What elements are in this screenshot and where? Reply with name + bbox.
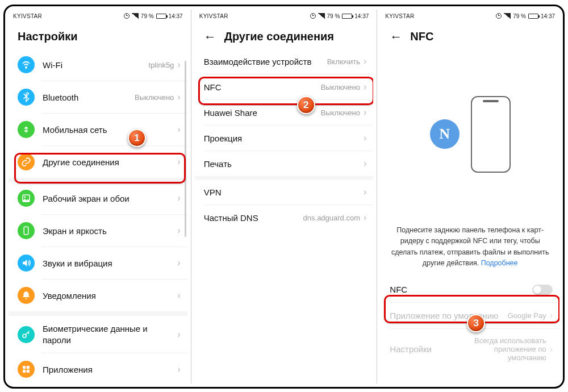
svg-rect-6 <box>27 366 30 369</box>
apps-icon <box>18 361 35 378</box>
nfc-toggle-label: NFC <box>390 285 532 294</box>
settings-row-link[interactable]: Другие соединения› <box>9 146 187 178</box>
battery-icon <box>156 14 166 19</box>
settings-row-key[interactable]: Биометрические данные и пароли› <box>9 316 187 353</box>
settings-row-sound[interactable]: Звуки и вибрация› <box>9 247 187 279</box>
connection-row-4[interactable]: Печать› <box>195 151 374 176</box>
chevron-right-icon: › <box>364 82 366 92</box>
chevron-right-icon: › <box>177 124 180 135</box>
svg-rect-8 <box>27 370 30 373</box>
row-label: Биометрические данные и пароли <box>43 323 177 345</box>
wifi-icon <box>18 56 35 73</box>
battery-percent: 79 % <box>141 13 154 19</box>
default-app-label: Приложение по умолчанию <box>390 310 507 322</box>
chevron-right-icon: › <box>550 344 553 355</box>
signal-icon <box>504 13 511 19</box>
row-label: Взаимодействие устройств <box>204 57 327 66</box>
svg-rect-3 <box>24 227 28 235</box>
sound-icon <box>18 255 35 272</box>
chevron-right-icon: › <box>364 187 366 197</box>
alarm-icon <box>310 13 316 19</box>
connection-row-1[interactable]: NFCВыключено› <box>195 74 374 99</box>
row-value: Выключено <box>321 83 360 91</box>
row-value: Выключено <box>135 93 174 102</box>
default-app-value: Google Pay <box>508 311 546 320</box>
scrollbar[interactable] <box>185 61 186 237</box>
row-label: Экран и яркость <box>43 226 177 236</box>
battery-icon <box>528 14 538 19</box>
svg-rect-7 <box>23 370 26 373</box>
phone-outline-icon <box>471 96 511 173</box>
connection-row-6[interactable]: Частный DNSdns.adguard.com› <box>195 205 374 230</box>
page-title: Другие соединения <box>224 30 334 43</box>
row-value: tplink5g <box>149 61 174 69</box>
status-bar: KYIVSTAR 79 % 14:37 <box>9 10 187 22</box>
row-label: Рабочий экран и обои <box>43 194 177 203</box>
settings-row-apps[interactable]: Приложения› <box>9 353 187 383</box>
row-label: Другие соединения <box>43 157 177 167</box>
signal-icon <box>132 13 139 19</box>
settings-row-bell[interactable]: Уведомления› <box>9 280 187 311</box>
row-label: Уведомления <box>43 291 177 301</box>
chevron-right-icon: › <box>177 193 180 203</box>
connection-row-0[interactable]: Взаимодействие устройствВключить› <box>195 49 374 74</box>
nfc-toggle-row[interactable]: NFC <box>381 277 559 302</box>
row-label: Приложения <box>43 365 177 374</box>
chevron-right-icon: › <box>177 330 180 340</box>
settings-row-mobile[interactable]: Мобильная сеть› <box>9 114 187 145</box>
screen-other-connections: KYIVSTAR 79 % 14:37 ← Другие соединения … <box>195 10 374 383</box>
more-link[interactable]: Подробнее <box>481 259 518 267</box>
connection-row-5[interactable]: VPN› <box>195 180 374 205</box>
row-label: Проекция <box>204 134 364 143</box>
svg-point-0 <box>26 67 27 68</box>
chevron-right-icon: › <box>364 133 366 143</box>
settings-row-bluetooth[interactable]: BluetoothВыключено› <box>9 81 187 113</box>
display-icon <box>18 222 35 239</box>
wallpaper-icon <box>18 190 35 207</box>
clock: 14:37 <box>354 13 369 19</box>
row-label: Bluetooth <box>43 93 135 102</box>
alarm-icon <box>124 13 130 19</box>
nfc-settings-row: Настройки Всегда использовать приложение… <box>381 329 559 369</box>
row-label: Wi-Fi <box>43 60 149 70</box>
screen-settings: KYIVSTAR 79 % 14:37 Настройки Wi-Fitplin… <box>9 10 187 383</box>
chevron-right-icon: › <box>364 159 366 169</box>
nfc-settings-label: Настройки <box>390 344 466 354</box>
chevron-right-icon: › <box>177 60 180 70</box>
page-title: Настройки <box>18 30 78 43</box>
settings-row-wifi[interactable]: Wi-Fitplink5g› <box>9 49 187 81</box>
chevron-right-icon: › <box>177 92 180 102</box>
link-icon <box>18 153 35 170</box>
row-label: Huawei Share <box>204 108 321 118</box>
bluetooth-icon <box>18 89 35 106</box>
connection-row-3[interactable]: Проекция› <box>195 126 374 151</box>
chevron-right-icon: › <box>177 258 180 268</box>
chevron-right-icon: › <box>364 107 366 118</box>
nfc-illustration: N <box>381 66 559 202</box>
signal-icon <box>318 13 325 19</box>
chevron-right-icon: › <box>550 310 553 320</box>
settings-row-wallpaper[interactable]: Рабочий экран и обои› <box>9 182 187 214</box>
nfc-settings-value: Всегда использовать приложение по умолча… <box>467 336 546 362</box>
carrier-label: KYIVSTAR <box>385 13 414 19</box>
bell-icon <box>18 287 35 304</box>
battery-icon <box>342 14 352 19</box>
nfc-toggle[interactable] <box>532 285 553 295</box>
row-label: Звуки и вибрация <box>43 258 177 268</box>
carrier-label: KYIVSTAR <box>199 13 228 19</box>
svg-rect-5 <box>23 366 26 369</box>
row-label: NFC <box>204 82 321 92</box>
svg-point-4 <box>23 334 26 337</box>
chevron-right-icon: › <box>364 56 366 66</box>
nfc-icon: N <box>430 119 460 149</box>
page-title: NFC <box>410 30 433 43</box>
back-button[interactable]: ← <box>204 31 216 43</box>
row-value: dns.adguard.com <box>303 214 360 222</box>
settings-row-display[interactable]: Экран и яркость› <box>9 215 187 247</box>
connection-row-2[interactable]: Huawei ShareВыключено› <box>195 100 374 125</box>
row-label: Частный DNS <box>204 213 303 223</box>
back-button[interactable]: ← <box>390 31 402 43</box>
alarm-icon <box>496 13 502 19</box>
chevron-right-icon: › <box>177 364 180 374</box>
row-label: Мобильная сеть <box>43 125 177 135</box>
